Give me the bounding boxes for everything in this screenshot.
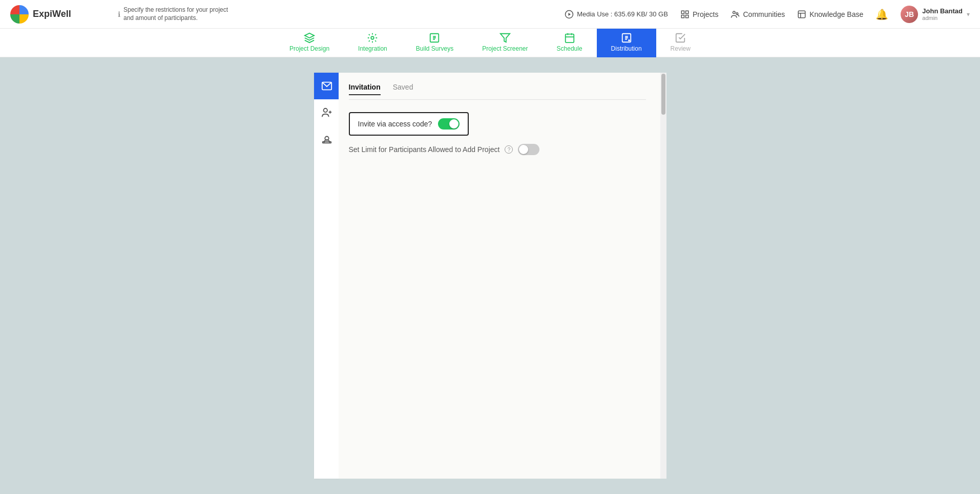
svg-point-20 bbox=[324, 109, 327, 112]
side-icon-add-user[interactable] bbox=[314, 99, 339, 126]
communities-link[interactable]: Communities bbox=[731, 10, 785, 19]
user-role: admin bbox=[922, 15, 963, 21]
side-icon-email[interactable] bbox=[314, 73, 339, 99]
communities-icon bbox=[731, 10, 740, 19]
tab-distribution[interactable]: Distribution bbox=[597, 29, 656, 57]
integration-icon bbox=[367, 32, 378, 44]
svg-rect-5 bbox=[685, 15, 688, 17]
chevron-down-icon: ▾ bbox=[967, 11, 970, 18]
schedule-icon bbox=[564, 32, 575, 44]
info-icon: ℹ bbox=[118, 10, 120, 18]
svg-point-6 bbox=[733, 11, 736, 14]
limit-toggle-knob bbox=[519, 145, 528, 154]
svg-rect-14 bbox=[565, 34, 574, 43]
svg-point-11 bbox=[371, 37, 374, 40]
tab-review[interactable]: Review bbox=[656, 29, 705, 57]
tab-build-surveys[interactable]: Build Surveys bbox=[402, 29, 468, 57]
projects-label: Projects bbox=[693, 10, 719, 18]
book-icon bbox=[797, 10, 806, 19]
svg-rect-8 bbox=[798, 11, 805, 18]
tab-schedule-label: Schedule bbox=[557, 45, 582, 52]
top-nav: Project Design Integration Build Surveys… bbox=[0, 29, 980, 57]
distribution-icon bbox=[621, 32, 632, 44]
content-tab-row: Invitation Saved bbox=[349, 83, 646, 100]
tab-project-design-label: Project Design bbox=[289, 45, 329, 52]
side-icon-analytics[interactable] bbox=[314, 126, 339, 153]
user-area[interactable]: JB John Bantad admin ▾ bbox=[901, 6, 970, 23]
limit-row: Set Limit for Participants Allowed to Ad… bbox=[349, 144, 646, 155]
scrollbar-thumb[interactable] bbox=[661, 74, 665, 115]
project-design-icon bbox=[304, 32, 315, 44]
invite-via-code-label: Invite via access code? bbox=[358, 120, 432, 128]
main-area: Invitation Saved Invite via access code?… bbox=[0, 57, 980, 494]
toggle-knob bbox=[449, 119, 458, 128]
user-info: John Bantad admin bbox=[922, 7, 963, 21]
logo-icon bbox=[10, 5, 29, 24]
tab-build-surveys-label: Build Surveys bbox=[416, 45, 453, 52]
svg-rect-3 bbox=[685, 11, 688, 13]
user-name: John Bantad bbox=[922, 7, 963, 15]
tab-schedule[interactable]: Schedule bbox=[543, 29, 597, 57]
tab-project-design[interactable]: Project Design bbox=[275, 29, 344, 57]
limit-label: Set Limit for Participants Allowed to Ad… bbox=[349, 145, 500, 154]
review-icon bbox=[675, 32, 686, 44]
communities-label: Communities bbox=[743, 10, 785, 18]
grid-icon bbox=[680, 10, 690, 19]
scrollbar-track[interactable] bbox=[660, 73, 666, 479]
logo-text: ExpiWell bbox=[33, 9, 71, 19]
bell-icon[interactable]: 🔔 bbox=[875, 8, 888, 20]
build-surveys-icon bbox=[429, 32, 440, 44]
header-info-area: ℹ Specify the restrictions for your proj… bbox=[118, 6, 236, 22]
header-info-text: Specify the restrictions for your projec… bbox=[123, 6, 236, 22]
svg-rect-2 bbox=[681, 11, 684, 13]
projects-link[interactable]: Projects bbox=[680, 10, 719, 19]
knowledge-base-link[interactable]: Knowledge Base bbox=[797, 10, 863, 19]
svg-marker-1 bbox=[569, 13, 571, 16]
media-use-label: Media Use : 635.69 KB/ 30 GB bbox=[577, 10, 668, 18]
content-inner: Invitation Saved Invite via access code?… bbox=[339, 73, 666, 165]
help-icon[interactable]: ? bbox=[505, 145, 513, 154]
tab-saved[interactable]: Saved bbox=[393, 83, 413, 95]
svg-point-7 bbox=[736, 12, 738, 14]
svg-marker-13 bbox=[501, 34, 510, 42]
project-screener-icon bbox=[499, 32, 511, 44]
svg-rect-4 bbox=[681, 15, 684, 17]
limit-toggle[interactable] bbox=[518, 144, 539, 155]
header: ExpiWell ℹ Specify the restrictions for … bbox=[0, 0, 980, 29]
tab-project-screener[interactable]: Project Screener bbox=[468, 29, 542, 57]
side-panel bbox=[314, 73, 339, 479]
user-avatar: JB bbox=[901, 6, 918, 23]
tab-invitation[interactable]: Invitation bbox=[349, 83, 381, 95]
content-panel: Invitation Saved Invite via access code?… bbox=[339, 73, 666, 479]
tab-distribution-label: Distribution bbox=[611, 45, 642, 52]
header-right: Media Use : 635.69 KB/ 30 GB Projects Co… bbox=[565, 6, 970, 23]
tab-integration[interactable]: Integration bbox=[344, 29, 402, 57]
media-use: Media Use : 635.69 KB/ 30 GB bbox=[565, 10, 668, 19]
tab-review-label: Review bbox=[671, 45, 691, 52]
tab-project-screener-label: Project Screener bbox=[482, 45, 528, 52]
knowledge-base-label: Knowledge Base bbox=[809, 10, 863, 18]
tab-integration-label: Integration bbox=[358, 45, 387, 52]
access-code-box: Invite via access code? bbox=[349, 112, 469, 136]
invite-toggle[interactable] bbox=[438, 118, 460, 130]
play-icon bbox=[565, 10, 574, 19]
logo-area: ExpiWell bbox=[10, 5, 113, 24]
